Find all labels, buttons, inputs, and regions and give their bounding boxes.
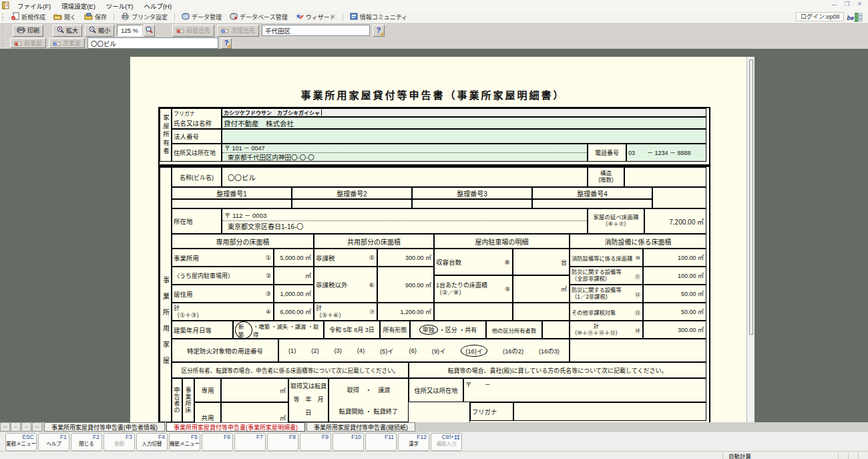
destination-field[interactable]: 千代田区: [262, 25, 370, 36]
ownership-options[interactable]: 単独 ・区分 ・共有: [410, 321, 486, 339]
note-left: 区分所有者、転貸等の場合、申告者に係る床面積等について次に記載してください。: [172, 362, 409, 378]
destination-help-button[interactable]: ?: [373, 25, 385, 37]
building-name-field[interactable]: 〇〇ビル: [222, 167, 588, 187]
exclusive-use-value[interactable]: ㎡: [221, 378, 288, 402]
g2-total-value[interactable]: 1,200.00 ㎡: [377, 303, 434, 321]
phone-field[interactable]: 03 － 1234 － 8888: [626, 144, 706, 162]
scrollbar-thumb[interactable]: [749, 59, 753, 335]
other-owners-value[interactable]: [542, 321, 570, 339]
g1-total-value[interactable]: 6,000.00 ㎡: [274, 303, 314, 321]
construction-type-options[interactable]: 新築 ・増築 ・滅失 ・譲渡 ・取得: [233, 321, 324, 339]
location-label: 所在地: [172, 208, 222, 234]
acquisition-options[interactable]: 取得 ・ 譲渡 転貸開始 ・ 転貸終了: [329, 378, 409, 422]
fkey-f9[interactable]: F9: [300, 433, 331, 451]
zoom-in-button[interactable]: 拡大: [53, 25, 82, 37]
info-community-button[interactable]: 情報コミュニティ: [346, 11, 411, 22]
open-folder-icon: [53, 13, 62, 21]
location-field[interactable]: 〒 112 － 0003 東京都文京区春日1-16-〇: [222, 208, 588, 234]
last-tab-button[interactable]: >|: [32, 422, 42, 432]
fkey-f10[interactable]: F10: [333, 433, 364, 451]
close-button[interactable]: ✕: [855, 1, 864, 9]
prev-tab-button[interactable]: <: [11, 422, 21, 432]
fkey-f7[interactable]: F7: [234, 433, 266, 451]
house-help-button[interactable]: ?: [221, 38, 232, 49]
construction-date-value[interactable]: 令和 5年 8月 3日: [324, 321, 380, 339]
fkey-esc[interactable]: ESC業務メニュー: [5, 433, 37, 451]
restore-button[interactable]: ❐: [843, 1, 851, 9]
g3-row2-value[interactable]: ㎡: [513, 275, 570, 303]
menu-help[interactable]: ヘルプ(H): [138, 0, 177, 11]
fire-use-opt: (1): [288, 347, 296, 354]
zoom-out-button[interactable]: 縮小: [85, 25, 114, 37]
total-floor-area-label: 家屋の延べ床面積 （④＋⑦）: [588, 208, 644, 234]
owner-name-field[interactable]: 貸付不動産 株式会社: [222, 117, 706, 129]
fire-total-value[interactable]: 300.00 ㎡: [643, 321, 706, 339]
prev-destination-button[interactable]: ← 前提出先: [172, 25, 214, 37]
total-floor-area-value[interactable]: 7,200.00 ㎡: [644, 208, 706, 234]
ref-number-1-field[interactable]: [172, 199, 292, 208]
fkey-ctrl-assist[interactable]: Ctrl+ 補助入力: [431, 433, 462, 451]
svg-text:←: ←: [177, 29, 181, 33]
fkey-f3[interactable]: F3参照: [103, 433, 135, 451]
lender-furigana-value[interactable]: [513, 402, 706, 421]
g3-row1-value[interactable]: 台: [513, 249, 570, 275]
first-tab-button[interactable]: |<: [0, 422, 10, 432]
owner-name-label-cell: フリガナ 氏名又は名称: [172, 108, 222, 129]
new-document-button[interactable]: + 新規作成: [7, 11, 49, 22]
prev-house-button[interactable]: ← 前家屋: [10, 38, 46, 48]
fkey-f8[interactable]: F8: [267, 433, 298, 451]
menu-tools[interactable]: ツール(T): [101, 0, 139, 11]
tab-continuation[interactable]: 事業所用家屋貸付等申告書(継続紙): [306, 422, 415, 432]
g4-row3-value[interactable]: 50.00 ㎡: [643, 285, 706, 303]
print-button[interactable]: 印刷: [13, 25, 43, 37]
fire-use-number-options[interactable]: (1) (2) (3) (4) (5)イ (6) (9)イ (16)イ (16の…: [278, 339, 570, 362]
printer-setup-button[interactable]: プリンタ設定: [117, 11, 172, 22]
wizard-button[interactable]: ウィザード: [292, 11, 340, 22]
fire-use-opt: (2): [311, 347, 318, 354]
fire-equipment-header: 消防設備に係る床面積: [570, 234, 706, 249]
minimize-button[interactable]: ー: [830, 1, 839, 9]
g4-row4-value[interactable]: 50.00 ㎡: [643, 303, 706, 321]
g1-row1-value[interactable]: 5,000.00 ㎡: [274, 249, 314, 267]
ref-number-4-field[interactable]: [532, 199, 652, 208]
fkey-f6[interactable]: F6: [202, 433, 233, 451]
toolbar-separator: [343, 13, 343, 21]
menu-settings[interactable]: 環境設定(E): [56, 0, 101, 11]
exclusive-use-label: 専用: [194, 378, 221, 402]
ref-number-2-field[interactable]: [292, 199, 412, 208]
assist-input-icon: [455, 435, 459, 440]
house-name-field[interactable]: 〇〇ビル: [87, 37, 218, 49]
common-use-value[interactable]: ㎡: [221, 402, 288, 422]
next-tab-button[interactable]: >: [21, 422, 31, 432]
g4-row2-value[interactable]: 100.00 ㎡: [643, 267, 706, 285]
database-management-button[interactable]: データベース管理: [226, 11, 292, 22]
lender-address-value[interactable]: 〒 －: [463, 378, 706, 402]
vertical-scrollbar[interactable]: [746, 57, 754, 422]
fkey-f1[interactable]: F1ヘルプ: [38, 433, 69, 451]
fkey-f2[interactable]: F2閉じる: [71, 433, 102, 451]
ref-number-3-field[interactable]: [412, 199, 532, 208]
next-destination-button[interactable]: + 次提出先: [217, 25, 259, 37]
g2-row1-value[interactable]: 300.00 ㎡: [377, 249, 434, 267]
fkey-f12[interactable]: F12漢字: [398, 433, 429, 451]
zoom-select-button[interactable]: [144, 25, 155, 37]
owner-furigana-field[interactable]: カシツケフドウサン カブシキガイシャ: [222, 108, 706, 117]
open-button[interactable]: 開く: [49, 11, 80, 22]
data-management-button[interactable]: データ管理: [178, 11, 226, 22]
g2-row2-value[interactable]: 900.00 ㎡: [377, 267, 434, 303]
owner-address-field[interactable]: 〒 101 － 0047 東京都千代田区内神田〇-〇-〇: [222, 144, 588, 162]
fkey-f4[interactable]: F4入力切替: [136, 433, 168, 451]
tab-declarer-info[interactable]: 事業所用家屋貸付等申告書(申告者情報): [44, 422, 165, 432]
g4-row1-value[interactable]: 100.00 ㎡: [643, 249, 706, 267]
tab-building-details[interactable]: 事業所用家屋貸付等申告書(事業所家屋明細書): [166, 422, 305, 432]
menu-file[interactable]: ファイル(F): [12, 0, 56, 11]
g1-row2-value[interactable]: ㎡: [274, 267, 314, 285]
structure-field[interactable]: [624, 167, 706, 187]
corporate-number-field[interactable]: [222, 129, 706, 144]
fkey-f5[interactable]: F5機能メニュー: [169, 433, 200, 451]
save-button[interactable]: 保存: [80, 11, 111, 22]
next-house-button[interactable]: + 次家屋: [49, 38, 85, 48]
g1-row3-value[interactable]: 1,000.00 ㎡: [274, 285, 314, 303]
save-label: 保存: [95, 13, 107, 21]
fkey-f11[interactable]: F11: [365, 433, 397, 451]
